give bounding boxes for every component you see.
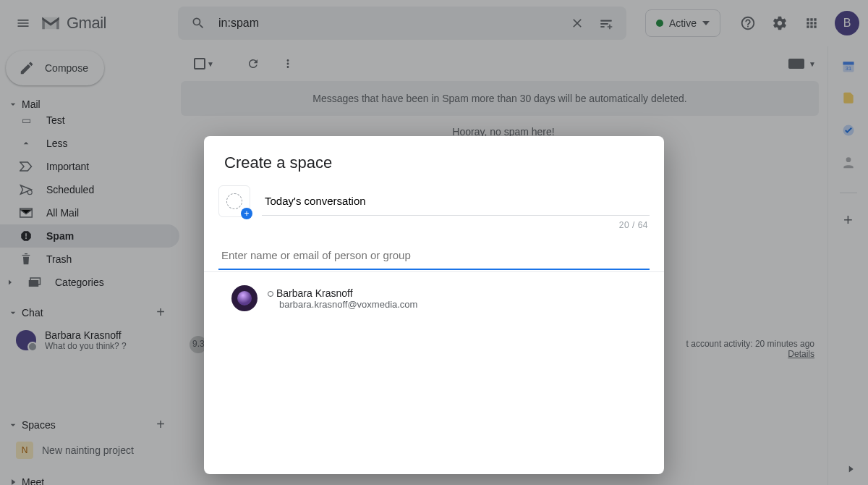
dialog-title: Create a space: [204, 153, 664, 185]
suggestion-list: Barbara Krasnoff barbara.krasnoff@voxmed…: [204, 271, 664, 324]
presence-icon: [268, 291, 273, 297]
emoji-picker-button[interactable]: +: [218, 185, 250, 217]
person-suggestion[interactable]: Barbara Krasnoff barbara.krasnoff@voxmed…: [204, 279, 664, 317]
suggestion-name: Barbara Krasnoff: [276, 287, 353, 299]
add-emoji-icon: +: [241, 208, 252, 219]
people-search-input[interactable]: [218, 242, 650, 270]
modal-scrim[interactable]: Create a space + 20 / 64 Barbara Krasnof…: [0, 0, 868, 485]
char-counter: 20 / 64: [204, 217, 664, 237]
suggestion-avatar-icon: [231, 285, 258, 311]
emoji-placeholder-icon: [226, 193, 242, 209]
create-space-dialog: Create a space + 20 / 64 Barbara Krasnof…: [204, 136, 664, 474]
suggestion-email: barbara.krasnoff@voxmedia.com: [268, 299, 417, 310]
space-name-input[interactable]: [262, 187, 650, 216]
